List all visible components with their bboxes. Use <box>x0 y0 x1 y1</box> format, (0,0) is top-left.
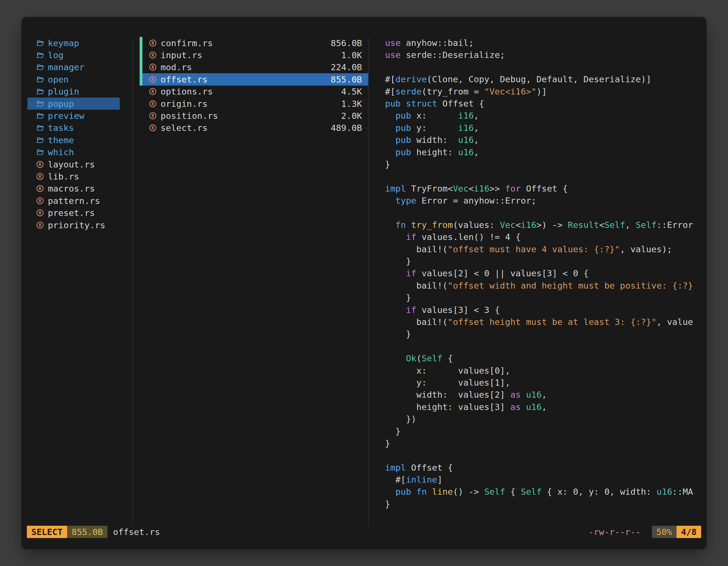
rust-file-icon: R <box>36 221 44 229</box>
sidebar-dir-tasks[interactable]: tasks <box>27 122 120 134</box>
code-line: if values.len() != 4 { <box>385 231 703 243</box>
entry-name: layout.rs <box>48 159 95 170</box>
folder-open-icon <box>36 75 44 84</box>
file-row-select-rs[interactable]: Rselect.rs489.0B <box>133 122 368 134</box>
code-line: pub width: u16, <box>385 134 703 146</box>
file-size: 855.0B <box>331 74 362 85</box>
file-row-input-rs[interactable]: Rinput.rs1.0K <box>133 49 368 61</box>
sidebar-dir-popup[interactable]: popup <box>27 98 120 110</box>
desktop-background: keymaplogmanageropenpluginpopuppreviewta… <box>0 0 728 566</box>
status-left: SELECT 855.0B offset.rs <box>27 526 160 538</box>
sidebar-file-preset-rs[interactable]: Rpreset.rs <box>27 207 120 219</box>
file-row-position-rs[interactable]: Rposition.rs2.0K <box>133 110 368 122</box>
file-row-options-rs[interactable]: Roptions.rs4.5K <box>133 86 368 98</box>
rust-file-icon: R <box>149 39 157 47</box>
rust-file-icon: R <box>36 209 44 217</box>
code-line: bail!("offset must have 4 values: {:?}",… <box>385 243 703 255</box>
sidebar-file-pattern-rs[interactable]: Rpattern.rs <box>27 195 120 207</box>
code-line: } <box>385 328 703 340</box>
entry-name: preview <box>48 111 84 121</box>
file-size: 1.3K <box>341 99 362 109</box>
code-line: height: values[3] as u16, <box>385 401 703 413</box>
code-line: pub x: i16, <box>385 110 703 122</box>
code-line: use serde::Deserialize; <box>385 49 703 61</box>
code-line: pub fn line() -> Self { Self { x: 0, y: … <box>385 486 703 498</box>
code-line <box>385 449 703 461</box>
entry-name: log <box>48 50 64 60</box>
scroll-percent-badge: 50% <box>652 526 677 538</box>
sidebar-dir-theme[interactable]: theme <box>27 134 120 146</box>
file-size: 489.0B <box>331 123 362 133</box>
rust-file-icon: R <box>149 87 157 96</box>
svg-text:R: R <box>39 198 41 203</box>
status-bar: SELECT 855.0B offset.rs -rw-r--r-- 50% 4… <box>27 526 701 538</box>
code-line: } <box>385 292 703 304</box>
rust-file-icon: R <box>149 124 157 132</box>
sidebar-dir-preview[interactable]: preview <box>27 110 120 122</box>
sidebar-dir-which[interactable]: which <box>27 146 120 158</box>
entry-name: preset.rs <box>48 208 95 218</box>
folder-open-icon <box>36 112 44 120</box>
entry-name: keymap <box>48 38 79 48</box>
rust-file-icon: R <box>149 75 157 84</box>
file-size: 1.0K <box>341 50 362 60</box>
folder-open-icon <box>36 100 44 108</box>
rust-file-icon: R <box>36 197 44 205</box>
code-line: use anyhow::bail; <box>385 37 703 49</box>
code-line: } <box>385 255 703 267</box>
code-line: bail!("offset width and height must be p… <box>385 280 703 292</box>
sidebar-dir-manager[interactable]: manager <box>27 61 120 73</box>
svg-text:R: R <box>151 101 154 106</box>
folder-open-icon <box>36 148 44 156</box>
svg-text:R: R <box>151 89 154 94</box>
code-line: pub y: i16, <box>385 122 703 134</box>
rust-file-icon: R <box>36 172 44 181</box>
entry-name: which <box>48 147 74 157</box>
panes-container: keymaplogmanageropenpluginpopuppreviewta… <box>22 17 706 526</box>
svg-text:R: R <box>151 41 154 46</box>
code-line: type Error = anyhow::Error; <box>385 195 703 207</box>
svg-text:R: R <box>151 65 154 70</box>
file-size: 2.0K <box>341 111 362 121</box>
sidebar-dir-log[interactable]: log <box>27 49 120 61</box>
folder-open-icon <box>36 136 44 144</box>
sidebar-file-macros-rs[interactable]: Rmacros.rs <box>27 183 120 195</box>
file-row-offset-rs[interactable]: Roffset.rs855.0B <box>133 73 368 85</box>
sidebar-dir-open[interactable]: open <box>27 73 120 85</box>
entry-name: theme <box>48 135 74 145</box>
file-row-mod-rs[interactable]: Rmod.rs224.0B <box>133 61 368 73</box>
sidebar-file-lib-rs[interactable]: Rlib.rs <box>27 170 120 182</box>
file-size-badge: 855.0B <box>67 526 107 538</box>
sidebar-dir-plugin[interactable]: plugin <box>27 86 120 98</box>
code-line: x: values[0], <box>385 365 703 377</box>
code-line: pub struct Offset { <box>385 98 703 110</box>
file-size: 224.0B <box>331 62 362 72</box>
entry-name: tasks <box>48 123 74 133</box>
file-row-confirm-rs[interactable]: Rconfirm.rs856.0B <box>133 37 368 49</box>
folder-open-icon <box>36 87 44 96</box>
rust-file-icon: R <box>149 112 157 120</box>
code-line: } <box>385 437 703 449</box>
code-line: Ok(Self { <box>385 352 703 364</box>
svg-text:R: R <box>151 114 154 119</box>
file-row-origin-rs[interactable]: Rorigin.rs1.3K <box>133 98 368 110</box>
entry-name: macros.rs <box>48 184 95 194</box>
sidebar-file-layout-rs[interactable]: Rlayout.rs <box>27 158 120 170</box>
code-line: width: values[2] as u16, <box>385 389 703 401</box>
code-line <box>385 61 703 73</box>
entry-name: plugin <box>48 86 79 97</box>
entry-name: open <box>48 74 69 85</box>
entry-name: pattern.rs <box>48 196 100 206</box>
sidebar-dir-keymap[interactable]: keymap <box>27 37 120 49</box>
svg-text:R: R <box>151 77 154 82</box>
sidebar-file-priority-rs[interactable]: Rpriority.rs <box>27 219 120 231</box>
file-name: confirm.rs <box>161 38 213 48</box>
folder-open-icon <box>36 51 44 59</box>
file-name: origin.rs <box>161 99 208 109</box>
code-line <box>385 340 703 352</box>
code-line: impl Offset { <box>385 462 703 474</box>
current-directory-pane: Rconfirm.rs856.0BRinput.rs1.0KRmod.rs224… <box>132 37 369 526</box>
parent-directory-pane: keymaplogmanageropenpluginpopuppreviewta… <box>22 37 132 526</box>
svg-text:R: R <box>39 174 41 179</box>
rust-file-icon: R <box>36 184 44 193</box>
